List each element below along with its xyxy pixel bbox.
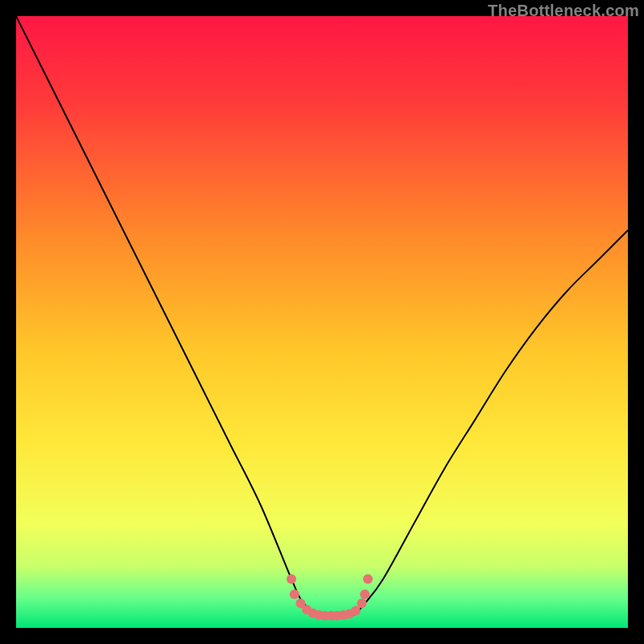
- valley-marker: [287, 574, 296, 584]
- valley-marker: [360, 589, 369, 599]
- chart-frame: TheBottleneck.com: [0, 0, 644, 644]
- valley-marker: [290, 589, 299, 599]
- plot-area: [16, 16, 628, 628]
- gradient-background: [16, 16, 628, 628]
- chart-svg: [16, 16, 628, 628]
- valley-marker: [363, 574, 373, 584]
- valley-marker: [357, 599, 366, 609]
- watermark-text: TheBottleneck.com: [488, 2, 639, 20]
